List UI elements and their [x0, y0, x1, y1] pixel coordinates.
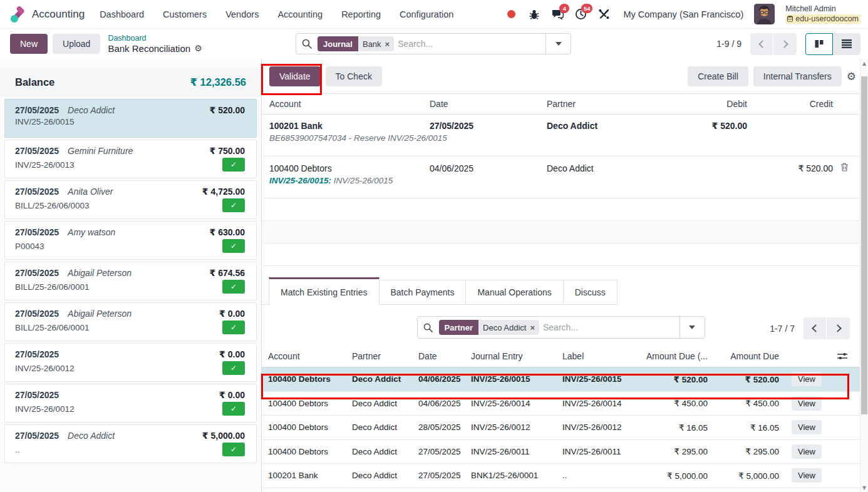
- col-credit[interactable]: Credit: [751, 99, 837, 109]
- view-button[interactable]: View: [792, 468, 822, 483]
- match-pager-value[interactable]: 1-7 / 7: [770, 324, 795, 334]
- match-search-input[interactable]: [543, 322, 679, 332]
- validated-check-button[interactable]: ✓: [222, 280, 245, 294]
- tab-manual-operations[interactable]: Manual Operations: [465, 280, 563, 305]
- col-journal-entry[interactable]: Journal Entry: [466, 351, 557, 361]
- match-label: INV/25-26/0015: [557, 374, 640, 384]
- bug-icon[interactable]: [528, 8, 540, 21]
- messages-icon[interactable]: 4: [551, 8, 564, 21]
- activities-icon[interactable]: 54: [574, 8, 587, 21]
- menu-item-configuration[interactable]: Configuration: [400, 9, 453, 19]
- facet-remove-icon[interactable]: ×: [530, 323, 535, 332]
- statement-line-card[interactable]: 27/05/2025Deco Addict₹ 520.00INV/25-26/0…: [4, 99, 257, 138]
- match-amount-due: ₹ 16.05: [713, 423, 784, 433]
- statement-line-card[interactable]: 27/05/2025Deco Addict₹ 5,000.00..✓: [4, 424, 257, 463]
- col-debit[interactable]: Debit: [685, 99, 751, 109]
- user-menu[interactable]: Mitchell Admin edu-userodoocom: [785, 4, 860, 24]
- validate-button[interactable]: Validate: [269, 66, 321, 86]
- scroll-up-icon[interactable]: ▲: [860, 59, 868, 68]
- app-name[interactable]: Accounting: [32, 8, 85, 21]
- search-dropdown-toggle[interactable]: [679, 317, 705, 338]
- statement-line-card[interactable]: 27/05/2025Abigail Peterson₹ 674.56BILL/2…: [4, 262, 257, 300]
- menu-item-vendors[interactable]: Vendors: [225, 9, 259, 19]
- search-dropdown-toggle[interactable]: [545, 34, 571, 54]
- match-row[interactable]: 100400 DebtorsDeco Addict28/05/2025INV/2…: [262, 416, 860, 440]
- menu-item-dashboard[interactable]: Dashboard: [100, 9, 144, 19]
- upload-button[interactable]: Upload: [53, 34, 100, 54]
- match-label: INV/25-26/0014: [557, 399, 640, 408]
- entry-row[interactable]: 100400 Debtors04/06/2025Deco Addict₹ 520…: [262, 156, 860, 198]
- validated-check-button[interactable]: ✓: [222, 198, 245, 212]
- to-check-button[interactable]: To Check: [326, 66, 382, 86]
- match-row[interactable]: 100400 DebtorsDeco Addict04/06/2025INV/2…: [262, 392, 860, 416]
- entry-credit: ₹ 520.00: [751, 163, 837, 173]
- tools-icon[interactable]: [597, 8, 610, 21]
- view-button[interactable]: View: [792, 396, 822, 411]
- pager-previous-button[interactable]: [750, 33, 773, 55]
- avatar[interactable]: [754, 4, 775, 24]
- match-pager-previous-button[interactable]: [803, 317, 827, 339]
- facet-remove-icon[interactable]: ×: [385, 39, 390, 49]
- statement-line-card[interactable]: 27/05/2025₹ 0.00INV/25-26/0012✓: [4, 384, 257, 423]
- new-button[interactable]: New: [10, 34, 48, 54]
- match-pager-next-button[interactable]: [827, 317, 850, 339]
- line-partner: Gemini Furniture: [68, 146, 133, 156]
- match-amount-due-currency: ₹ 16.05: [640, 423, 713, 433]
- statement-line-card[interactable]: 27/05/2025Anita Oliver₹ 4,725.00BILL/25-…: [4, 180, 257, 219]
- validated-check-button[interactable]: ✓: [222, 402, 245, 416]
- vertical-scrollbar[interactable]: ▲ ▼: [860, 59, 868, 492]
- scrollbar-thumb[interactable]: [861, 76, 867, 414]
- validated-check-button[interactable]: ✓: [222, 158, 245, 172]
- create-bill-button[interactable]: Create Bill: [688, 66, 748, 86]
- match-row[interactable]: 100400 DebtorsDeco Addict04/06/2025INV/2…: [262, 367, 860, 392]
- tab-discuss[interactable]: Discuss: [563, 280, 617, 305]
- pager-value[interactable]: 1-9 / 9: [716, 39, 741, 49]
- list-view-button[interactable]: [833, 33, 860, 55]
- col-amount-due-currency[interactable]: Amount Due (...: [640, 351, 713, 361]
- top-menu: DashboardCustomersVendorsAccountingRepor…: [100, 9, 453, 19]
- col-partner[interactable]: Partner: [547, 99, 685, 109]
- odoo-logo-icon[interactable]: [9, 6, 26, 23]
- view-button[interactable]: View: [792, 444, 822, 459]
- validated-check-button[interactable]: ✓: [222, 361, 245, 375]
- settings-gear-icon[interactable]: ⚙: [847, 70, 856, 83]
- action-gear-icon[interactable]: ⚙: [194, 43, 202, 53]
- scroll-down-icon[interactable]: ▼: [860, 483, 868, 492]
- status-dot-icon[interactable]: [505, 8, 517, 21]
- menu-item-reporting[interactable]: Reporting: [341, 9, 381, 19]
- user-name: Mitchell Admin: [785, 4, 860, 14]
- match-row[interactable]: 100400 DebtorsDeco Addict27/05/2025INV/2…: [262, 440, 860, 464]
- database-icon: [787, 16, 793, 22]
- menu-item-accounting[interactable]: Accounting: [277, 9, 323, 19]
- statement-line-card[interactable]: 27/05/2025₹ 0.00INV/25-26/0012✓: [4, 343, 257, 382]
- col-partner[interactable]: Partner: [347, 351, 413, 361]
- col-label[interactable]: Label: [557, 351, 640, 361]
- statement-line-card[interactable]: 27/05/2025Gemini Furniture₹ 750.00INV/25…: [4, 140, 257, 178]
- kanban-view-button[interactable]: [805, 33, 833, 55]
- optional-columns-button[interactable]: [825, 352, 858, 361]
- validated-check-button[interactable]: ✓: [222, 443, 245, 456]
- col-account[interactable]: Account: [262, 351, 347, 361]
- tab-batch-payments[interactable]: Batch Payments: [379, 280, 467, 305]
- view-button[interactable]: View: [792, 420, 822, 434]
- col-date[interactable]: Date: [413, 351, 466, 361]
- company-switcher[interactable]: My Company (San Francisco): [623, 9, 743, 19]
- col-amount-due[interactable]: Amount Due: [713, 351, 784, 361]
- statement-line-card[interactable]: 27/05/2025Amy watson₹ 630.00P00043✓: [4, 221, 257, 260]
- statement-line-card[interactable]: 27/05/2025Abigail Peterson₹ 0.00BILL/25-…: [4, 302, 257, 341]
- pager-next-button[interactable]: [773, 33, 797, 55]
- entry-memo-link[interactable]: INV/25-26/0015:: [269, 176, 331, 185]
- menu-item-customers[interactable]: Customers: [163, 9, 207, 19]
- delete-line-button[interactable]: [837, 163, 859, 172]
- validated-check-button[interactable]: ✓: [222, 320, 245, 334]
- match-row[interactable]: 100201 BankDeco Addict27/05/2025BNK1/25-…: [262, 464, 860, 488]
- view-button[interactable]: View: [792, 372, 822, 386]
- col-account[interactable]: Account: [262, 99, 430, 109]
- search-input[interactable]: [398, 39, 545, 49]
- col-date[interactable]: Date: [430, 99, 547, 109]
- breadcrumb-dashboard-link[interactable]: Dashboard: [108, 34, 202, 43]
- internal-transfers-button[interactable]: Internal Transfers: [753, 66, 842, 86]
- entry-row[interactable]: 100201 Bank27/05/2025Deco Addict₹ 520.00…: [262, 115, 860, 156]
- validated-check-button[interactable]: ✓: [222, 239, 245, 253]
- tab-match-existing-entries[interactable]: Match Existing Entries: [269, 277, 380, 305]
